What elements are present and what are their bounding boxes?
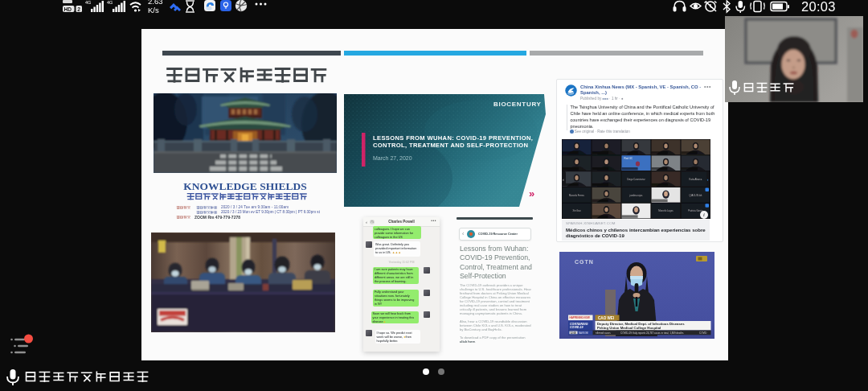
svg-text:CAO WEI: CAO WEI — [598, 316, 614, 320]
svg-text:COVID: COVID — [699, 331, 707, 335]
svg-text:Katia Abarca: Katia Abarca — [690, 178, 702, 181]
svg-text:jandina rojas: jandina rojas — [629, 194, 643, 197]
svg-text:COVID-19: Italy reports 24,747: COVID-19: Italy reports 24,747 cases in … — [620, 331, 684, 335]
svg-text:12:08: 12:08 — [570, 331, 576, 335]
svg-text:Marcela Ferres: Marcela Ferres — [569, 194, 584, 197]
svg-text:2: 2 — [77, 6, 80, 12]
svg-text:COVID-19: COVID-19 — [570, 326, 583, 329]
svg-text:NAIROBI: NAIROBI — [579, 331, 588, 335]
svg-text:QIAOLIN loh: QIAOLIN loh — [690, 194, 702, 197]
svg-text:K/s: K/s — [148, 6, 159, 14]
svg-text:4G: 4G — [85, 0, 91, 5]
svg-text:4G: 4G — [107, 0, 113, 5]
svg-text:Red UC: Red UC — [624, 157, 634, 160]
svg-text:HD: HD — [64, 6, 72, 12]
svg-text:Xin Guo: Xin Guo — [572, 209, 581, 212]
svg-text:CONTAINING: CONTAINING — [570, 323, 588, 326]
svg-text:BIOCENTURY: BIOCENTURY — [493, 101, 542, 108]
svg-text:Peking Union Medical College H: Peking Union Medical College Hospital — [597, 326, 661, 330]
svg-text:›: › — [707, 177, 709, 182]
svg-text:HAPPENING NOW: HAPPENING NOW — [570, 316, 590, 319]
svg-text:CGTN: CGTN — [575, 259, 594, 265]
svg-text:»: » — [529, 187, 534, 200]
svg-text:‹: ‹ — [563, 177, 564, 182]
svg-text:CONTROL, TREATMENT AND SELF-PR: CONTROL, TREATMENT AND SELF-PROTECTION — [373, 142, 528, 149]
svg-text:Marcelo Lagos: Marcelo Lagos — [658, 209, 674, 212]
svg-text:nfirmed cases: nfirmed cases — [596, 331, 611, 335]
svg-text:Diego Czarnievicz: Diego Czarnievicz — [627, 178, 645, 181]
svg-text:March 27, 2020: March 27, 2020 — [373, 155, 412, 161]
